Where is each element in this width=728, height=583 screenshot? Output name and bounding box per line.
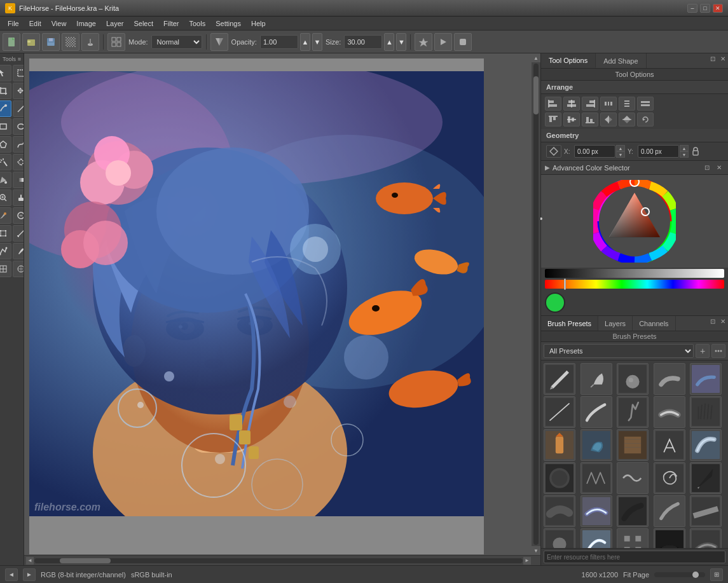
- assistant-tool[interactable]: [13, 261, 25, 277]
- scroll-right-arrow[interactable]: ►: [523, 556, 532, 565]
- brush-preset-2[interactable]: [580, 363, 612, 395]
- zoom-tool[interactable]: [0, 189, 11, 206]
- menu-select[interactable]: Select: [128, 18, 158, 29]
- brush-preset-4[interactable]: [654, 363, 685, 395]
- x-input[interactable]: [574, 145, 615, 158]
- save-button[interactable]: [42, 33, 60, 51]
- bezier-tool[interactable]: [13, 136, 25, 153]
- ellipse-tool[interactable]: [13, 118, 25, 135]
- record-button[interactable]: [454, 33, 472, 51]
- playback-button[interactable]: [434, 33, 452, 51]
- brush-preset-11[interactable]: [544, 429, 575, 461]
- add-preset-btn[interactable]: +: [696, 344, 710, 358]
- brush-preset-7[interactable]: [580, 396, 612, 428]
- y-up[interactable]: ▲: [680, 145, 689, 151]
- brush-preset-23[interactable]: [617, 495, 649, 527]
- freehand-select-tool[interactable]: [13, 65, 25, 81]
- distribute-v-btn[interactable]: [619, 97, 635, 111]
- pan-tool[interactable]: [13, 189, 25, 206]
- distribute-h-btn[interactable]: [600, 97, 617, 111]
- brush-preset-15[interactable]: [690, 429, 722, 461]
- brush-preset-24[interactable]: [654, 495, 685, 527]
- x-up[interactable]: ▲: [616, 145, 625, 151]
- color-selector-type[interactable]: [540, 217, 543, 228]
- preset-filter-select[interactable]: All Presets: [544, 344, 694, 358]
- crop-tool[interactable]: [0, 83, 11, 99]
- transform-tool[interactable]: [0, 225, 11, 242]
- brush-preset-10[interactable]: [690, 396, 722, 428]
- brush-preset-6[interactable]: [544, 396, 575, 428]
- flip-h-btn[interactable]: [600, 113, 617, 127]
- brush-preset-30[interactable]: [690, 528, 722, 548]
- polygon-tool[interactable]: [0, 136, 11, 153]
- close-button[interactable]: ✕: [713, 4, 723, 13]
- size-up[interactable]: ▲: [384, 33, 394, 51]
- brush-preset-17[interactable]: [580, 462, 612, 494]
- brush-preset-19[interactable]: [654, 462, 685, 494]
- hue-slider-handle[interactable]: [564, 278, 566, 290]
- brush-preset-9[interactable]: [654, 396, 685, 428]
- canvas-image[interactable]: filehorse.com: [29, 71, 484, 516]
- opacity-up[interactable]: ▲: [300, 33, 310, 51]
- brush-preset-25[interactable]: [690, 495, 722, 527]
- menu-layer[interactable]: Layer: [101, 18, 129, 29]
- menu-view[interactable]: View: [46, 18, 72, 29]
- brush-preset-18[interactable]: [617, 462, 649, 494]
- grid-button[interactable]: [107, 33, 125, 51]
- x-down[interactable]: ▼: [616, 151, 625, 158]
- brush-preset-20[interactable]: [690, 462, 722, 494]
- color-panel-close[interactable]: ✕: [714, 163, 724, 173]
- h-scroll-thumb[interactable]: [60, 558, 111, 563]
- brush-preset-26[interactable]: [544, 528, 575, 548]
- menu-settings[interactable]: Settings: [210, 18, 246, 29]
- align-center-v-btn[interactable]: [563, 113, 580, 127]
- status-fit-btn[interactable]: ⊞: [710, 568, 723, 581]
- preset-options-btn[interactable]: [711, 344, 725, 358]
- size-down[interactable]: ▼: [396, 33, 406, 51]
- color-panel-float[interactable]: ⊡: [702, 163, 712, 173]
- grid-tool[interactable]: [0, 261, 11, 277]
- menu-image[interactable]: Image: [71, 18, 101, 29]
- brush-panel-float[interactable]: ⊡: [708, 316, 718, 326]
- brush-preset-16[interactable]: [544, 462, 575, 494]
- scroll-down-arrow[interactable]: ▼: [532, 546, 540, 555]
- menu-file[interactable]: File: [3, 18, 24, 29]
- toolbox-menu-icon[interactable]: ≡: [18, 56, 21, 62]
- lightness-bar[interactable]: [545, 269, 724, 278]
- color-picker-tool[interactable]: [0, 207, 11, 224]
- paths-tool[interactable]: [0, 243, 11, 259]
- brush-preset-22[interactable]: [580, 495, 612, 527]
- maximize-button[interactable]: □: [700, 4, 710, 13]
- brush-preset-21[interactable]: [544, 495, 575, 527]
- mirror-button[interactable]: [210, 33, 228, 51]
- y-input[interactable]: [638, 145, 679, 158]
- panel-close-icon[interactable]: ✕: [718, 53, 728, 64]
- color-panel-expand[interactable]: ▶: [545, 164, 550, 171]
- gradient-tool[interactable]: [13, 172, 25, 188]
- brush-filter-input[interactable]: [544, 551, 725, 563]
- brush-preset-14[interactable]: [654, 429, 685, 461]
- magic-wand-tool[interactable]: [0, 154, 11, 170]
- brush-preset-5[interactable]: [690, 363, 722, 395]
- menu-tools[interactable]: Tools: [184, 18, 211, 29]
- brush-preset-13[interactable]: [617, 429, 649, 461]
- opacity-down[interactable]: ▼: [312, 33, 322, 51]
- new-file-button[interactable]: [3, 33, 20, 51]
- lock-ratio-btn[interactable]: [691, 145, 700, 158]
- freehand-brush-tool[interactable]: [0, 100, 11, 117]
- canvas-scroll-area[interactable]: ▲ ▼: [24, 53, 540, 555]
- select-shape-tool[interactable]: [0, 65, 11, 81]
- rectangle-tool[interactable]: [0, 118, 11, 135]
- fill-tool[interactable]: [0, 172, 11, 188]
- texture-button[interactable]: [62, 33, 79, 51]
- size-spinbox[interactable]: [344, 35, 382, 49]
- tab-add-shape[interactable]: Add Shape: [596, 53, 646, 68]
- brush-preset-12[interactable]: [580, 429, 612, 461]
- align-top-btn[interactable]: [545, 113, 561, 127]
- opacity-spinbox[interactable]: [260, 35, 298, 49]
- menu-help[interactable]: Help: [246, 18, 271, 29]
- flip-v-btn[interactable]: [619, 113, 635, 127]
- brush-select-button[interactable]: [81, 33, 99, 51]
- line-tool[interactable]: [13, 100, 25, 117]
- mode-select[interactable]: NormalMultiplyScreenOverlay: [151, 35, 202, 49]
